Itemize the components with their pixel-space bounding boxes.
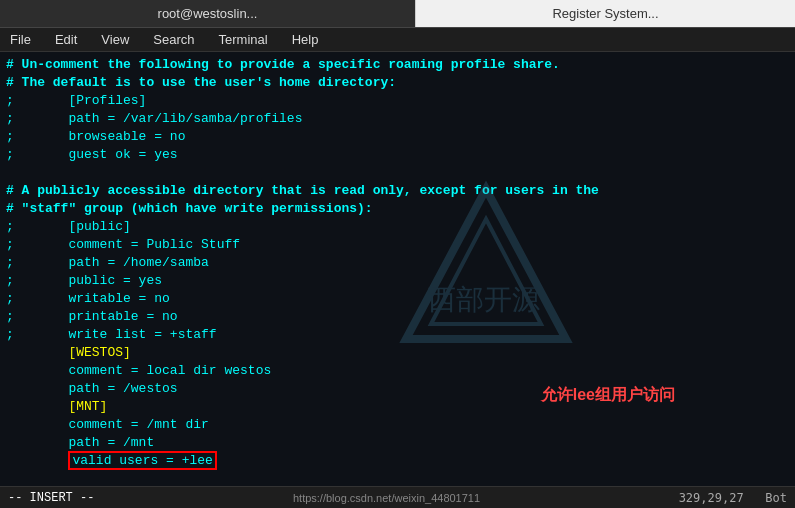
code-line-16: ; write list = +staff xyxy=(6,326,789,344)
code-line-22: path = /mnt xyxy=(6,434,789,452)
menu-terminal[interactable]: Terminal xyxy=(213,30,274,49)
code-line-3: ; [Profiles] xyxy=(6,92,789,110)
code-line-18: comment = local dir westos xyxy=(6,362,789,380)
code-line-7 xyxy=(6,164,789,182)
title-bar: root@westoslin... Register System... xyxy=(0,0,795,28)
terminal-content[interactable]: 西部开源 # Un-comment the following to provi… xyxy=(0,52,795,486)
menu-view[interactable]: View xyxy=(95,30,135,49)
menu-bar: File Edit View Search Terminal Help xyxy=(0,28,795,52)
valid-users-box: valid users = +lee xyxy=(68,451,216,470)
code-line-9: # "staff" group (which have write permis… xyxy=(6,200,789,218)
status-bar: -- INSERT -- https://blog.csdn.net/weixi… xyxy=(0,486,795,508)
menu-file[interactable]: File xyxy=(4,30,37,49)
code-line-14: ; writable = no xyxy=(6,290,789,308)
code-line-11: ; comment = Public Stuff xyxy=(6,236,789,254)
code-line-21: comment = /mnt dir xyxy=(6,416,789,434)
cursor-position: 329,29,27 Bot xyxy=(679,491,787,505)
window-title: root@westoslin... xyxy=(158,6,258,21)
menu-search[interactable]: Search xyxy=(147,30,200,49)
title-bar-right[interactable]: Register System... xyxy=(415,0,795,27)
vim-mode: -- INSERT -- xyxy=(8,491,94,505)
code-line-1: # Un-comment the following to provide a … xyxy=(6,56,789,74)
code-line-4: ; path = /var/lib/samba/profiles xyxy=(6,110,789,128)
code-line-8: # A publicly accessible directory that i… xyxy=(6,182,789,200)
code-line-15: ; printable = no xyxy=(6,308,789,326)
code-line-5: ; browseable = no xyxy=(6,128,789,146)
status-url: https://blog.csdn.net/weixin_44801711 xyxy=(293,492,480,504)
code-line-17: [WESTOS] xyxy=(6,344,789,362)
chinese-annotation: 允许lee组用户访问 xyxy=(541,385,675,406)
menu-help[interactable]: Help xyxy=(286,30,325,49)
code-line-10: ; [public] xyxy=(6,218,789,236)
title-bar-left: root@westoslin... xyxy=(0,6,415,21)
code-line-2: # The default is to use the user's home … xyxy=(6,74,789,92)
code-line-12: ; path = /home/samba xyxy=(6,254,789,272)
code-line-13: ; public = yes xyxy=(6,272,789,290)
code-line-23: valid users = +lee xyxy=(6,452,789,470)
code-line-6: ; guest ok = yes xyxy=(6,146,789,164)
register-label[interactable]: Register System... xyxy=(552,6,658,21)
menu-edit[interactable]: Edit xyxy=(49,30,83,49)
